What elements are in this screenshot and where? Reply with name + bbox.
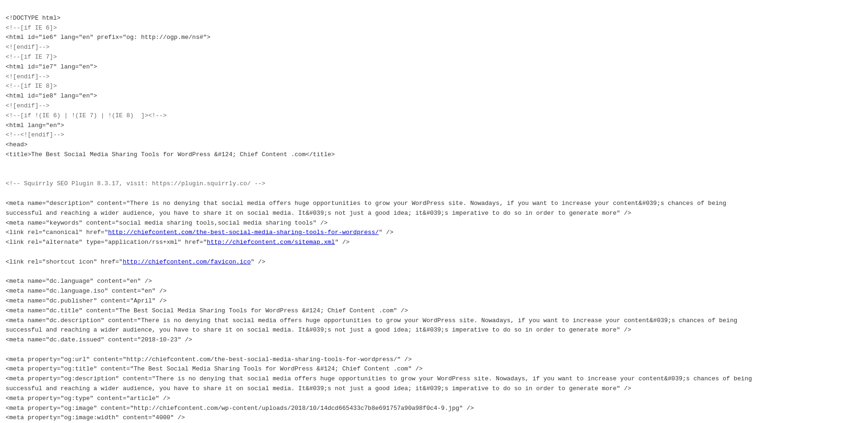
code-line xyxy=(6,189,862,199)
code-line: successful and reaching a wider audience… xyxy=(6,384,862,394)
code-line: <title>The Best Social Media Sharing Too… xyxy=(6,150,862,160)
code-line: <meta property="og:image" content="http:… xyxy=(6,404,862,414)
code-line: <html id="ie6" lang="en" prefix="og: htt… xyxy=(6,33,862,43)
code-line: <html lang="en"> xyxy=(6,121,862,131)
code-line: <![endif]--> xyxy=(6,43,862,53)
code-line: <!--[if IE 8]> xyxy=(6,82,862,91)
code-line: <!--[if !(IE 6) | !(IE 7) | !(IE 8) ]><!… xyxy=(6,111,862,121)
code-line: <meta property="og:image:width" content=… xyxy=(6,413,862,423)
code-line xyxy=(6,248,862,257)
code-line xyxy=(6,160,862,170)
code-line: <meta property="og:title" content="The B… xyxy=(6,364,862,374)
code-line: <meta name="dc.language.iso" content="en… xyxy=(6,287,862,296)
code-line: <meta property="og:url" content="http://… xyxy=(6,355,862,365)
code-line xyxy=(6,170,862,180)
code-line: <meta name="dc.title" content="The Best … xyxy=(6,306,862,316)
alternate-link[interactable]: http://chiefcontent.com/sitemap.xml xyxy=(207,239,335,246)
code-line: <html id="ie7" lang="en"> xyxy=(6,62,862,72)
code-line: <!--[if IE 7]> xyxy=(6,53,862,62)
code-line: <meta name="dc.language" content="en" /> xyxy=(6,277,862,287)
code-line: <meta name="description" content="There … xyxy=(6,199,862,209)
canonical-link[interactable]: http://chiefcontent.com/the-best-social-… xyxy=(108,229,378,236)
code-line: <meta name="dc.description" content="The… xyxy=(6,316,862,326)
code-line xyxy=(6,267,862,277)
code-line: <meta name="dc.publisher" content="April… xyxy=(6,296,862,306)
code-line: successful and reaching a wider audience… xyxy=(6,209,862,219)
code-line: <![endif]--> xyxy=(6,101,862,111)
code-line: <meta name="keywords" content="social me… xyxy=(6,219,862,228)
code-line: <!--<![endif]--> xyxy=(6,130,862,140)
code-line: <link rel="alternate" type="application/… xyxy=(6,238,862,248)
code-line: <link rel="shortcut icon" href="http://c… xyxy=(6,257,862,267)
code-line: <meta property="og:type" content="articl… xyxy=(6,394,862,404)
code-line: <meta property="og:description" content=… xyxy=(6,374,862,384)
code-line xyxy=(6,345,862,355)
code-line: <link rel="canonical" href="http://chief… xyxy=(6,228,862,238)
code-line: <!DOCTYPE html> xyxy=(6,14,862,23)
code-line: <!-- Squirrly SEO Plugin 8.3.17, visit: … xyxy=(6,179,862,189)
code-line: <head> xyxy=(6,140,862,150)
code-view: <!DOCTYPE html><!--[if IE 6]><html id="i… xyxy=(0,0,868,423)
code-line: <![endif]--> xyxy=(6,72,862,82)
code-line: successful and reaching a wider audience… xyxy=(6,325,862,335)
code-line: <!--[if IE 6]> xyxy=(6,23,862,33)
code-line: <html id="ie8" lang="en"> xyxy=(6,91,862,101)
code-line: <meta name="dc.date.issued" content="201… xyxy=(6,335,862,345)
favicon-link[interactable]: http://chiefcontent.com/favicon.ico xyxy=(123,258,251,265)
